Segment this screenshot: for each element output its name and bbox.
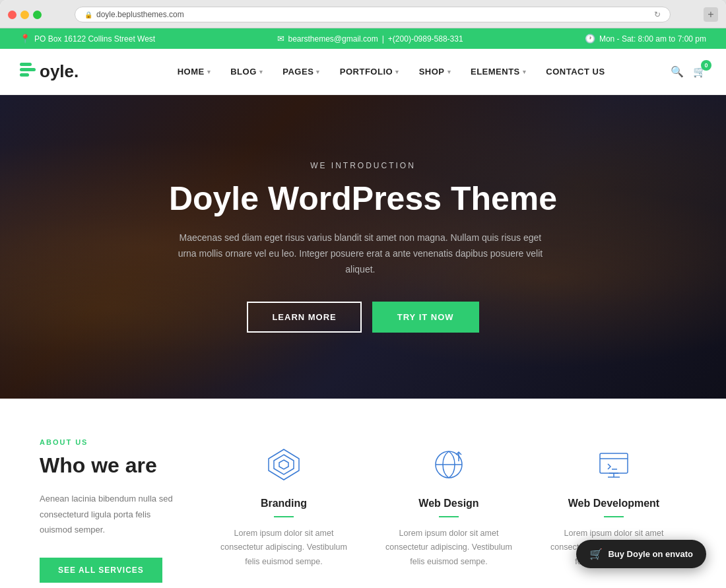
nav-item-pages[interactable]: PAGES ▾ (275, 61, 328, 82)
address-text: PO Box 16122 Collins Street West (34, 34, 155, 44)
learn-more-button[interactable]: LEARN MORE (247, 302, 361, 333)
see-all-services-button[interactable]: SEE ALL SERVICES (40, 558, 162, 583)
service-card-webdesign: Web Design Lorem ipsum dolor sit amet co… (376, 438, 521, 583)
branding-title: Branding (218, 498, 350, 509)
browser-window: 🔒 doyle.beplusthemes.com ↻ + 📍 PO Box 16… (0, 0, 726, 588)
hours-info: 🕐 Mon - Sat: 8:00 am to 7:00 pm (585, 34, 706, 44)
chevron-down-icon: ▾ (447, 69, 451, 75)
hero-eyebrow: WE INTRODUCTION (169, 161, 557, 170)
nav-item-blog[interactable]: BLOG ▾ (222, 61, 271, 82)
clock-icon: 🕐 (585, 34, 595, 44)
webdesign-divider (439, 516, 459, 517)
service-card-branding: Branding Lorem ipsum dolor sit amet cons… (211, 438, 356, 583)
hours-text: Mon - Sat: 8:00 am to 7:00 pm (599, 34, 706, 44)
navbar: oyle. HOME ▾ BLOG ▾ PAGES ▾ PORTFOLIO ▾ … (0, 49, 726, 95)
envato-icon: 🛒 (589, 548, 603, 560)
url-text: doyle.beplusthemes.com (96, 10, 184, 19)
browser-chrome: 🔒 doyle.beplusthemes.com ↻ + (0, 0, 726, 28)
buy-badge[interactable]: 🛒 Buy Doyle on envato (576, 540, 706, 568)
hero-description: Maecenas sed diam eget risus varius blan… (169, 230, 552, 277)
svg-marker-3 (269, 449, 299, 480)
nav-item-portfolio[interactable]: PORTFOLIO ▾ (332, 61, 407, 82)
webdesign-icon (429, 445, 469, 484)
search-button[interactable]: 🔍 (671, 65, 684, 78)
chevron-down-icon: ▾ (316, 69, 320, 75)
cart-button[interactable]: 🛒 0 (693, 65, 706, 78)
nav-menu: HOME ▾ BLOG ▾ PAGES ▾ PORTFOLIO ▾ SHOP ▾… (112, 61, 671, 82)
svg-rect-1 (20, 68, 36, 71)
chevron-down-icon: ▾ (523, 69, 527, 75)
try-it-now-button[interactable]: TRY IT NOW (372, 302, 479, 333)
branding-icon (264, 445, 304, 484)
nav-item-home[interactable]: HOME ▾ (170, 61, 219, 82)
svg-marker-5 (279, 460, 288, 469)
info-bar: 📍 PO Box 16122 Collins Street West ✉ bea… (0, 28, 726, 49)
branding-description: Lorem ipsum dolor sit amet consectetur a… (218, 527, 350, 569)
phone-text: +(200)-0989-588-331 (388, 34, 463, 44)
svg-marker-4 (274, 455, 294, 474)
hero-title: Doyle WordPress Theme (169, 181, 557, 217)
logo[interactable]: oyle. (20, 60, 79, 83)
webdesign-title: Web Design (383, 498, 515, 509)
chevron-down-icon: ▾ (395, 69, 399, 75)
address-bar[interactable]: 🔒 doyle.beplusthemes.com ↻ (75, 7, 671, 22)
hero-buttons: LEARN MORE TRY IT NOW (169, 302, 557, 333)
email-text: bearsthemes@gmail.com (288, 34, 378, 44)
about-title: Who we are (40, 453, 185, 478)
location-icon: 📍 (20, 34, 30, 44)
webdesign-description: Lorem ipsum dolor sit amet consectetur a… (383, 527, 515, 569)
buy-badge-text: Buy Doyle on envato (608, 549, 693, 559)
address-info: 📍 PO Box 16122 Collins Street West (20, 34, 155, 44)
svg-rect-2 (20, 73, 29, 77)
branding-divider (274, 516, 294, 517)
logo-icon (20, 60, 38, 83)
svg-rect-0 (20, 63, 32, 66)
nav-actions: 🔍 🛒 0 (671, 65, 706, 78)
cart-badge: 0 (701, 60, 711, 71)
new-tab-button[interactable]: + (704, 7, 718, 22)
maximize-button[interactable] (33, 11, 42, 19)
about-left: ABOUT US Who we are Aenean lacinia biben… (40, 438, 185, 583)
email-icon: ✉ (277, 34, 284, 44)
traffic-lights (8, 11, 42, 19)
minimize-button[interactable] (20, 11, 29, 19)
webdev-title: Web Development (548, 498, 680, 509)
about-description: Aenean lacinia bibendum nulla sed consec… (40, 491, 185, 537)
hero-section: WE INTRODUCTION Doyle WordPress Theme Ma… (0, 95, 726, 399)
hero-content: WE INTRODUCTION Doyle WordPress Theme Ma… (156, 161, 570, 332)
chevron-down-icon: ▾ (207, 69, 211, 75)
nav-item-contact[interactable]: CONTACT US (538, 61, 612, 82)
contact-info: ✉ bearsthemes@gmail.com | +(200)-0989-58… (277, 34, 463, 44)
about-label: ABOUT US (40, 438, 185, 446)
reload-icon[interactable]: ↻ (654, 10, 661, 19)
webdev-icon (594, 445, 634, 484)
close-button[interactable] (8, 11, 16, 19)
webdev-divider (604, 516, 624, 517)
lock-icon: 🔒 (84, 11, 92, 18)
chevron-down-icon: ▾ (259, 69, 263, 75)
svg-rect-9 (600, 453, 628, 473)
separator: | (382, 34, 384, 44)
nav-item-elements[interactable]: ELEMENTS ▾ (463, 61, 534, 82)
logo-text: oyle. (40, 61, 79, 82)
nav-item-shop[interactable]: SHOP ▾ (411, 61, 459, 82)
